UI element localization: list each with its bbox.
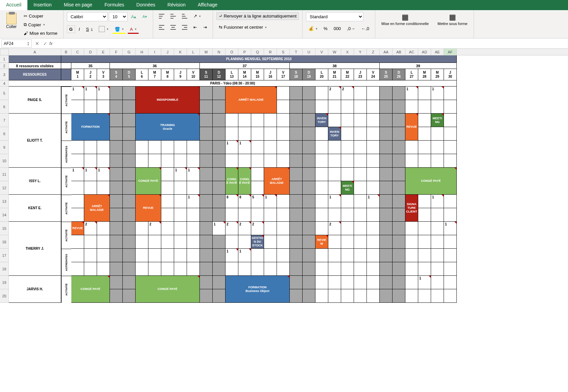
grid-cell[interactable] (393, 195, 405, 208)
grid-cell[interactable] (110, 195, 123, 208)
cond-format-button[interactable]: ▦ Mise en forme conditionnelle (379, 11, 431, 27)
grid-cell[interactable] (277, 249, 290, 262)
day-19[interactable]: D19 (303, 69, 315, 80)
resource-THIERRY-J-[interactable]: THIERRY J. (9, 222, 61, 276)
grid-cell[interactable] (328, 141, 341, 154)
grid-cell[interactable] (328, 262, 341, 276)
grid-cell[interactable] (264, 222, 277, 235)
col-header-AC[interactable]: AC (405, 49, 418, 55)
grid-cell[interactable] (213, 127, 226, 141)
grid-cell[interactable] (367, 289, 380, 303)
day-1[interactable]: M1 (71, 69, 84, 80)
event-signa[interactable]: SIGNATURECLIENT (405, 195, 418, 222)
grid-cell[interactable] (123, 262, 136, 276)
day-20[interactable]: L20 (315, 69, 328, 80)
grid-cell[interactable] (71, 154, 84, 168)
day-8[interactable]: M8 (161, 69, 174, 80)
formula-input[interactable] (54, 40, 568, 47)
grid-cell[interactable] (444, 289, 457, 303)
day-27[interactable]: L27 (405, 69, 418, 80)
col-header-M[interactable]: M (200, 49, 213, 55)
grid-cell[interactable] (123, 289, 136, 303)
grid-cell[interactable] (251, 262, 264, 276)
count-cell[interactable]: 1 (418, 276, 431, 289)
select-all-corner[interactable] (0, 49, 9, 55)
grid-cell[interactable] (84, 100, 97, 114)
grid-cell[interactable] (290, 181, 303, 195)
grid-cell[interactable] (290, 87, 303, 100)
col-header-I[interactable]: I (148, 49, 161, 55)
grid-cell[interactable] (354, 249, 367, 262)
grid-cell[interactable] (341, 168, 354, 181)
grid-cell[interactable] (341, 114, 354, 127)
grid-cell[interactable] (354, 235, 367, 249)
grid-cell[interactable] (303, 276, 315, 289)
event-meeti[interactable]: MEETING (431, 114, 444, 127)
grid-cell[interactable] (393, 208, 405, 222)
grid-cell[interactable] (174, 181, 187, 195)
day-4[interactable]: S4 (110, 69, 123, 80)
col-header-J[interactable]: J (161, 49, 174, 55)
grid-cell[interactable] (148, 262, 161, 276)
day-11[interactable]: S11 (200, 69, 213, 80)
row-header-9[interactable]: 9 (0, 141, 8, 154)
count-cell[interactable]: 2 (341, 87, 354, 100)
align-bot-button[interactable] (180, 13, 190, 20)
grid-cell[interactable] (444, 154, 457, 168)
tab-accueil[interactable]: Accueil (0, 0, 27, 10)
grid-cell[interactable] (315, 87, 328, 100)
grid-cell[interactable] (264, 249, 277, 262)
col-header-F[interactable]: F (110, 49, 123, 55)
grid-cell[interactable] (418, 141, 431, 154)
grid-cell[interactable] (277, 154, 290, 168)
grid-cell[interactable] (251, 168, 264, 181)
grid-cell[interactable] (84, 141, 97, 154)
grid-cell[interactable] (328, 276, 341, 289)
grid-cell[interactable] (431, 208, 444, 222)
grid-cell[interactable] (303, 262, 315, 276)
day-2[interactable]: J2 (84, 69, 97, 80)
grid-cell[interactable] (251, 154, 264, 168)
grid-cell[interactable] (213, 289, 226, 303)
grid-cell[interactable] (123, 208, 136, 222)
activity-label[interactable]: ACTIVITÉ (61, 195, 71, 222)
grid-cell[interactable] (328, 235, 341, 249)
col-header-AD[interactable]: AD (418, 49, 431, 55)
grid-cell[interactable] (187, 141, 200, 154)
grid-cell[interactable] (277, 222, 290, 235)
grid-cell[interactable] (251, 249, 264, 262)
grid-cell[interactable] (315, 222, 328, 235)
grid-cell[interactable] (290, 262, 303, 276)
day-15[interactable]: M15 (251, 69, 264, 80)
grid-cell[interactable] (303, 154, 315, 168)
grid-cell[interactable] (367, 141, 380, 154)
week-39[interactable]: 39 (380, 63, 457, 69)
grid-cell[interactable] (303, 87, 315, 100)
grid-cell[interactable] (405, 100, 418, 114)
grow-font-button[interactable]: A▴ (129, 13, 139, 21)
align-top-button[interactable] (157, 13, 167, 20)
grid-cell[interactable] (418, 249, 431, 262)
grid-cell[interactable] (71, 262, 84, 276)
grid-cell[interactable] (354, 276, 367, 289)
grid-cell[interactable] (303, 141, 315, 154)
event-cong-pay-[interactable]: CONGÉ PAYÉ (71, 276, 110, 303)
grid-cell[interactable] (123, 168, 136, 181)
grid-cell[interactable] (123, 114, 136, 127)
grid-cell[interactable] (290, 114, 303, 127)
fx-button[interactable]: fx (49, 41, 52, 46)
row-header-6[interactable]: 6 (0, 100, 8, 114)
day-30[interactable]: J30 (444, 69, 457, 80)
grid-cell[interactable] (110, 100, 123, 114)
grid-cell[interactable] (136, 235, 148, 249)
name-box[interactable]: AF24 ▲▼ (1, 40, 32, 48)
cut-button[interactable]: Couper (21, 12, 46, 20)
grid-cell[interactable] (290, 168, 303, 181)
grid-cell[interactable] (315, 208, 328, 222)
count-cell[interactable]: 1 (97, 87, 110, 100)
grid-cell[interactable] (444, 262, 457, 276)
grid-cell[interactable] (200, 289, 213, 303)
grid-cell[interactable] (200, 222, 213, 235)
astreintes-label[interactable]: ASTREINTES (61, 141, 71, 168)
grid-cell[interactable] (393, 127, 405, 141)
